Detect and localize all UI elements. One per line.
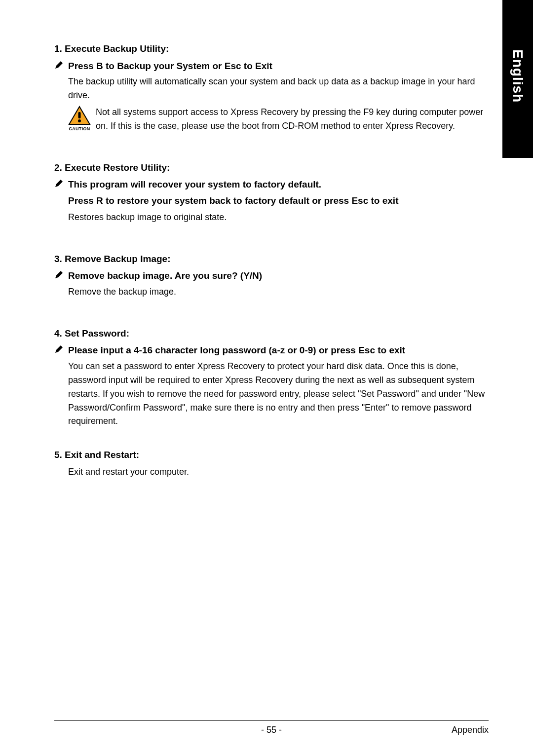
section-4-body: You can set a password to enter Xpress R… <box>68 360 489 428</box>
section-2-body: Restores backup image to original state. <box>68 211 489 225</box>
section-3-bullet: Remove backup image. Are you sure? (Y/N) <box>54 269 489 283</box>
svg-point-1 <box>78 119 81 122</box>
page-number: - 55 - <box>54 725 489 735</box>
section-4-bullet-text: Please input a 4-16 character long passw… <box>68 343 405 358</box>
section-2-sub-bold: Press R to restore your system back to f… <box>68 194 489 208</box>
section-2-bullet: This program will recover your system to… <box>54 178 489 192</box>
svg-rect-0 <box>78 112 81 118</box>
page-content: 1. Execute Backup Utility: Press B to Ba… <box>54 42 489 726</box>
caution-text: Not all systems support access to Xpress… <box>96 106 489 133</box>
caution-block: CAUTION Not all systems support access t… <box>68 106 489 133</box>
section-1-bullet: Press B to Backup your System or Esc to … <box>54 59 489 74</box>
language-label: English <box>510 49 526 103</box>
section-2-title: 2. Execute Restore Utility: <box>54 161 489 175</box>
pen-icon <box>54 270 63 281</box>
page-footer: - 55 - Appendix <box>54 720 489 735</box>
pen-icon <box>54 60 63 71</box>
section-1-title: 1. Execute Backup Utility: <box>54 42 489 56</box>
section-5-body: Exit and restart your computer. <box>68 465 489 479</box>
section-3-title: 3. Remove Backup Image: <box>54 252 489 266</box>
pen-icon <box>54 344 63 355</box>
footer-rule <box>54 720 489 721</box>
section-1-body: The backup utility will automatically sc… <box>68 75 489 103</box>
section-3-body: Remove the backup image. <box>68 285 489 299</box>
section-5-title: 5. Exit and Restart: <box>54 448 489 462</box>
section-1-bullet-text: Press B to Backup your System or Esc to … <box>68 59 272 74</box>
section-4-title: 4. Set Password: <box>54 327 489 341</box>
language-sidebar: English <box>502 0 533 158</box>
section-2-bullet-text: This program will recover your system to… <box>68 178 321 192</box>
section-4-bullet: Please input a 4-16 character long passw… <box>54 343 489 358</box>
pen-icon <box>54 179 63 189</box>
caution-icon: CAUTION <box>68 106 91 133</box>
caution-label: CAUTION <box>69 126 90 133</box>
section-3-bullet-text: Remove backup image. Are you sure? (Y/N) <box>68 269 262 283</box>
